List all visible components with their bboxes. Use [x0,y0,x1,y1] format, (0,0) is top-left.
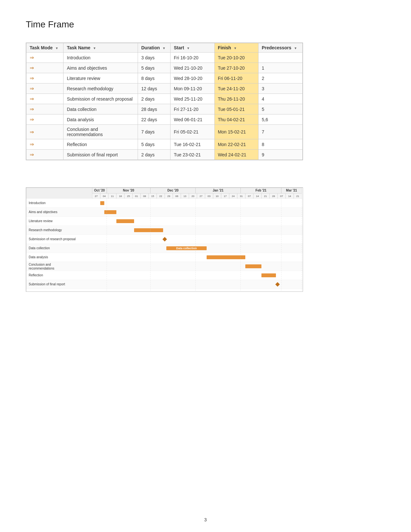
task-name-cell: Introduction [64,53,138,63]
task-name-cell: Submission of final report [64,150,138,160]
task-mode-cell: ⇒ [26,114,64,125]
taskname-sort-icon[interactable]: ▼ [93,46,96,50]
table-row: ⇒Conclusion and recommendations7 daysFri… [26,125,303,139]
predecessors-cell: 2 [258,73,302,84]
svg-text:Submission of final report: Submission of final report [29,282,65,286]
svg-rect-76 [26,226,303,235]
svg-text:Data analysis: Data analysis [29,255,48,259]
start-cell: Fri 05-02-21 [171,125,214,139]
svg-text:15: 15 [151,195,154,198]
svg-text:Research methodology: Research methodology [29,228,62,232]
gantt-table: Task Mode ▼ Task Name ▼ Duration ▼ Start… [26,43,303,160]
start-sort-icon[interactable]: ▼ [187,46,190,50]
pred-sort-icon[interactable]: ▼ [294,46,297,50]
svg-text:07: 07 [280,195,283,198]
finish-cell: Thu 26-11-20 [214,94,258,104]
svg-text:31: 31 [240,195,243,198]
start-cell: Wed 21-10-20 [171,63,214,73]
svg-rect-78 [134,228,163,232]
page-title: Time Frame [26,19,385,30]
predecessors-cell: 5,6 [258,114,302,125]
svg-text:25: 25 [127,195,130,198]
finish-sort-icon[interactable]: ▼ [234,46,237,50]
gantt-svg: Oct '20Nov '20Dec '20Jan '21Feb '21Mar '… [26,187,303,292]
svg-rect-70 [26,208,303,217]
svg-text:24: 24 [232,195,235,198]
predecessors-cell: 7 [258,125,302,139]
task-mode-icon: ⇒ [30,85,37,92]
duration-cell: 2 days [138,150,171,160]
table-row: ⇒Submission of final report2 daysTue 23-… [26,150,303,160]
svg-text:Feb '21: Feb '21 [256,189,267,192]
svg-text:Jan '21: Jan '21 [213,189,224,192]
svg-text:Conclusion and: Conclusion and [29,263,51,266]
svg-text:11: 11 [111,195,114,198]
th-predecessors: Predecessors ▼ [258,43,302,53]
svg-text:27: 27 [200,195,202,198]
table-row: ⇒Submission of research proposal2 daysWe… [26,94,303,104]
svg-rect-89 [26,262,303,271]
svg-text:Reflection: Reflection [29,273,43,277]
task-mode-icon: ⇒ [30,152,37,158]
svg-text:28: 28 [272,195,275,198]
svg-text:Submission of research proposa: Submission of research proposal [29,237,76,241]
task-mode-icon: ⇒ [30,116,37,123]
task-mode-cell: ⇒ [26,104,64,114]
svg-text:29: 29 [167,195,170,198]
predecessors-cell: 5 [258,104,302,114]
task-mode-icon: ⇒ [30,65,37,71]
predecessors-cell: 9 [258,150,302,160]
svg-rect-1 [26,188,92,199]
gantt-chart-section: Oct '20Nov '20Dec '20Jan '21Feb '21Mar '… [26,187,385,292]
gantt-table-container: Task Mode ▼ Task Name ▼ Duration ▼ Start… [26,43,303,160]
svg-text:01: 01 [135,195,138,198]
svg-rect-67 [26,199,303,208]
predecessors-cell: 1 [258,63,302,73]
task-mode-icon: ⇒ [30,129,37,135]
duration-cell: 5 days [138,139,171,150]
svg-rect-75 [116,219,134,223]
finish-cell: Tue 27-10-20 [214,63,258,73]
predecessors-cell: 8 [258,139,302,150]
task-mode-cell: ⇒ [26,139,64,150]
svg-text:10: 10 [216,195,219,198]
svg-text:20: 20 [191,195,194,198]
duration-cell: 5 days [138,63,171,73]
start-cell: Wed 06-01-21 [171,114,214,125]
duration-sort-icon[interactable]: ▼ [162,46,166,50]
task-mode-cell: ⇒ [26,150,64,160]
duration-cell: 22 days [138,114,171,125]
svg-text:14: 14 [256,195,259,198]
table-row: ⇒Literature review8 daysWed 28-10-20Fri … [26,73,303,84]
start-cell: Wed 28-10-20 [171,73,214,84]
svg-text:Oct '20: Oct '20 [94,189,105,192]
finish-cell: Mon 22-02-21 [214,139,258,150]
taskmode-sort-icon[interactable]: ▼ [55,46,58,50]
table-row: ⇒Research methodology12 daysMon 09-11-20… [26,84,303,94]
task-mode-cell: ⇒ [26,63,64,73]
task-name-cell: Conclusion and recommendations [64,125,138,139]
svg-text:22: 22 [159,195,162,198]
start-cell: Tue 16-02-21 [171,139,214,150]
svg-rect-72 [104,210,117,214]
table-row: ⇒Data collection28 daysFri 27-11-20Tue 0… [26,104,303,114]
svg-text:Nov '20: Nov '20 [123,189,134,192]
task-mode-icon: ⇒ [30,75,37,81]
svg-text:Mar '21: Mar '21 [286,189,297,192]
task-mode-icon: ⇒ [30,96,37,102]
duration-cell: 7 days [138,125,171,139]
th-duration: Duration ▼ [138,43,171,53]
task-name-cell: Aims and objectives [64,63,138,73]
svg-text:03: 03 [208,195,210,198]
task-mode-cell: ⇒ [26,125,64,139]
task-name-cell: Data analysis [64,114,138,125]
page-number: 3 [204,517,207,522]
task-mode-cell: ⇒ [26,84,64,94]
task-mode-cell: ⇒ [26,94,64,104]
task-mode-icon: ⇒ [30,106,37,112]
finish-cell: Tue 24-11-20 [214,84,258,94]
svg-text:Literature review: Literature review [29,219,53,223]
svg-text:21: 21 [296,195,299,198]
svg-rect-96 [26,280,303,289]
table-row: ⇒Aims and objectives5 daysWed 21-10-20Tu… [26,63,303,73]
